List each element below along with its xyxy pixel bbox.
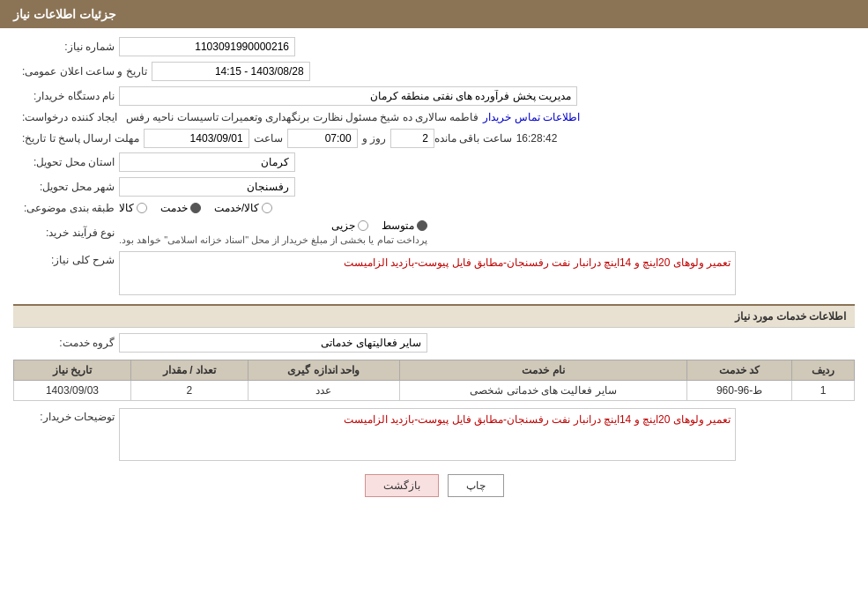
- creator-label: ایجاد کننده درخواست:: [13, 111, 122, 123]
- services-table: ردیف کد خدمت نام خدمت واحد اندازه گیری ت…: [13, 360, 855, 401]
- main-content: شماره نیاز: تاریخ و ساعت اعلان عمومی: نا…: [0, 28, 868, 519]
- org-input[interactable]: [119, 86, 577, 106]
- req-number-row: شماره نیاز:: [13, 37, 855, 56]
- category-label: طبقه بندی موضوعی:: [13, 202, 119, 214]
- cell-row: 1: [792, 381, 855, 401]
- city-row: شهر محل تحویل:: [13, 177, 855, 197]
- col-service-name: نام خدمت: [399, 360, 686, 381]
- radio-jozei-circle: [358, 220, 368, 231]
- city-input[interactable]: [119, 177, 295, 197]
- buyer-comment-textarea[interactable]: تعمیر ولوهای 20اینچ و 14اینچ درانبار نفت…: [119, 408, 736, 461]
- province-label: استان محل تحویل:: [13, 156, 119, 168]
- cell-name: سایر فعالیت های خدماتی شخصی: [399, 381, 686, 401]
- cell-unit: عدد: [248, 381, 399, 401]
- buyer-comment-row: تعمیر ولوهای 20اینچ و 14اینچ درانبار نفت…: [13, 408, 855, 461]
- purchase-type-label: نوع فرآیند خرید:: [13, 227, 119, 239]
- category-kala-khidmat-label: کالا/خدمت: [214, 202, 259, 214]
- col-quantity: تعداد / مقدار: [130, 360, 248, 381]
- table-row: 1 ط-96-960 سایر فعالیت های خدماتی شخصی ع…: [14, 381, 855, 401]
- bottom-buttons: چاپ بازگشت: [13, 474, 855, 497]
- radio-kala-circle: [137, 203, 147, 213]
- group-service-label: گروه خدمت:: [13, 337, 119, 349]
- time-label: ساعت: [254, 132, 283, 145]
- date-row: تاریخ و ساعت اعلان عمومی:: [13, 62, 855, 81]
- time-input[interactable]: [287, 129, 358, 148]
- cell-date: 1403/09/03: [14, 381, 131, 401]
- group-service-row: گروه خدمت:: [13, 333, 855, 353]
- group-service-input[interactable]: [119, 333, 427, 353]
- col-date: تاریخ نیاز: [14, 360, 131, 381]
- province-row: استان محل تحویل:: [13, 152, 855, 172]
- services-table-section: ردیف کد خدمت نام خدمت واحد اندازه گیری ت…: [13, 360, 855, 401]
- req-number-label: شماره نیاز:: [13, 41, 119, 53]
- purchase-type-row: متوسط جزیی پرداخت تمام یا بخشی از مبلغ خ…: [13, 219, 855, 246]
- radio-mutawasit-circle: [417, 220, 427, 231]
- remaining-time: 16:28:42: [516, 132, 558, 145]
- category-kala-label: کالا: [119, 202, 134, 214]
- date-input[interactable]: [152, 62, 310, 81]
- purchase-mutawasit[interactable]: متوسط: [382, 219, 427, 232]
- buyer-comment-label: توضیحات خریدار:: [13, 408, 119, 423]
- col-row-num: ردیف: [792, 360, 855, 381]
- days-input[interactable]: [390, 129, 434, 148]
- remaining-label: ساعت باقی مانده: [434, 132, 512, 145]
- category-khidmat-label: خدمت: [160, 202, 188, 214]
- back-button[interactable]: بازگشت: [365, 474, 439, 497]
- deadline-label: مهلت ارسال پاسخ تا تاریخ:: [13, 132, 144, 145]
- category-radio-group: کالا/خدمت خدمت کالا: [119, 202, 272, 214]
- purchase-jozei[interactable]: جزیی: [331, 219, 368, 232]
- category-kala-khidmat[interactable]: کالا/خدمت: [214, 202, 272, 214]
- days-label: روز و: [362, 132, 386, 145]
- col-service-code: کد خدمت: [687, 360, 792, 381]
- radio-khidmat-circle: [190, 203, 201, 213]
- purchase-type-section: متوسط جزیی پرداخت تمام یا بخشی از مبلغ خ…: [119, 219, 427, 246]
- req-number-input[interactable]: [119, 37, 295, 56]
- print-button[interactable]: چاپ: [448, 474, 504, 497]
- date-label: تاریخ و ساعت اعلان عمومی:: [13, 65, 152, 78]
- category-khidmat[interactable]: خدمت: [160, 202, 201, 214]
- purchase-mutawasit-label: متوسط: [382, 219, 414, 232]
- contact-link[interactable]: اطلاعات تماس خریدار: [483, 111, 580, 123]
- deadline-date-input[interactable]: [144, 129, 249, 148]
- col-unit: واحد اندازه گیری: [248, 360, 399, 381]
- page-title: جزئیات اطلاعات نیاز: [13, 7, 116, 21]
- services-section-title: اطلاعات خدمات مورد نیاز: [13, 304, 855, 328]
- city-label: شهر محل تحویل:: [13, 181, 119, 193]
- description-row: تعمیر ولوهای 20اینچ و 14اینچ درانبار نفت…: [13, 251, 855, 295]
- purchase-jozei-label: جزیی: [331, 219, 355, 232]
- org-label: نام دستگاه خریدار:: [13, 90, 119, 102]
- deadline-row: 16:28:42 ساعت باقی مانده روز و ساعت مهلت…: [13, 129, 855, 148]
- creator-row: اطلاعات تماس خریدار فاطمه سالاری ده شیخ …: [13, 111, 855, 123]
- category-row: کالا/خدمت خدمت کالا طبقه بندی موضوعی:: [13, 202, 855, 214]
- province-input[interactable]: [119, 152, 295, 172]
- cell-quantity: 2: [130, 381, 248, 401]
- cell-code: ط-96-960: [687, 381, 792, 401]
- purchase-type-radio-group: متوسط جزیی: [331, 219, 427, 232]
- radio-kala-khidmat-circle: [262, 203, 272, 213]
- category-kala[interactable]: کالا: [119, 202, 147, 214]
- page-wrapper: جزئیات اطلاعات نیاز شماره نیاز: تاریخ و …: [0, 0, 868, 609]
- creator-value: فاطمه سالاری ده شیخ مسئول نظارت برنگهدار…: [126, 111, 479, 123]
- purchase-type-note: پرداخت تمام یا بخشی از مبلغ خریدار از مح…: [119, 234, 427, 246]
- description-textarea[interactable]: تعمیر ولوهای 20اینچ و 14اینچ درانبار نفت…: [119, 251, 736, 295]
- description-label: شرح کلی نیاز:: [13, 251, 119, 266]
- page-header: جزئیات اطلاعات نیاز: [0, 0, 868, 28]
- org-row: نام دستگاه خریدار:: [13, 86, 855, 106]
